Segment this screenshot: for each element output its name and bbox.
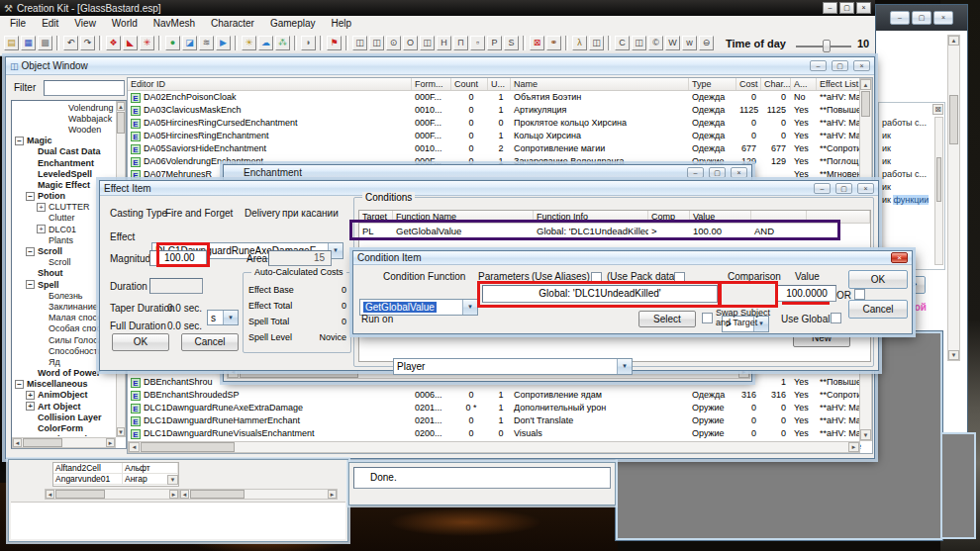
chevron-down-icon[interactable]: ▼ — [617, 359, 632, 374]
duration-unit-dropdown[interactable]: s▼ — [207, 310, 239, 325]
scroll-left-icon[interactable]: ◄ — [129, 442, 140, 452]
list-item[interactable]: работы с... — [880, 117, 934, 130]
scroll-up-icon[interactable]: ▲ — [860, 79, 871, 90]
minimize-button[interactable]: – — [687, 167, 704, 178]
menu-item[interactable]: World — [110, 17, 140, 31]
scroll-up-icon[interactable]: ▲ — [948, 36, 959, 46]
condition-column-header[interactable] — [751, 211, 807, 223]
maximize-button[interactable]: ▢ — [832, 60, 848, 71]
tree-item[interactable]: Volendrung — [13, 102, 116, 113]
cell-scrollbar-right[interactable]: ◄ ► — [179, 489, 338, 500]
scroll-left-icon[interactable]: ◄ — [180, 490, 189, 499]
tree-expander-icon[interactable]: − — [26, 280, 35, 289]
column-header[interactable]: Cost — [736, 78, 761, 90]
scroll-thumb[interactable] — [949, 95, 958, 144]
scroll-thumb[interactable] — [117, 112, 125, 134]
scroll-up-icon[interactable]: ▲ — [117, 102, 125, 111]
tree-expander-icon[interactable]: + — [37, 203, 46, 212]
maximize-button[interactable]: ▢ — [835, 183, 852, 194]
global-parameter-field[interactable]: Global: 'DLC1UndeadKilled' — [482, 285, 718, 303]
use-aliases-checkbox[interactable] — [591, 272, 602, 283]
chevron-down-icon[interactable]: ▼ — [223, 311, 238, 324]
minimize-button[interactable]: – — [823, 2, 837, 14]
tree-expander-icon[interactable]: − — [26, 247, 35, 256]
compile-icon[interactable]: C — [615, 36, 630, 50]
tree-expander-icon[interactable]: − — [15, 137, 24, 145]
navmesh-draw-icon[interactable]: ◫ — [589, 36, 604, 50]
close-button[interactable]: × — [856, 2, 871, 14]
tree-item[interactable]: Enchantment — [13, 157, 116, 168]
tree-expander-icon[interactable]: − — [15, 380, 24, 389]
undo-icon[interactable]: ↶ — [63, 36, 78, 50]
anim-preview-icon[interactable]: ▶ — [216, 36, 231, 50]
tree-item[interactable]: LeveledSpell — [13, 168, 116, 179]
warnings-flag-icon[interactable]: ⚑ — [327, 36, 342, 50]
menu-item[interactable]: Character — [209, 17, 256, 31]
condition-item-titlebar[interactable]: Condition Item × — [353, 251, 912, 265]
table-row[interactable]: EDA05HircinesRingEnchantment 000F...01 К… — [128, 130, 860, 142]
script-icon[interactable]: ◫ — [632, 36, 646, 50]
column-header[interactable]: Count — [451, 78, 488, 90]
tree-expander-icon[interactable]: + — [26, 391, 35, 400]
duration-input[interactable] — [149, 278, 203, 294]
tree-expander-icon[interactable]: + — [26, 402, 35, 411]
condition-row[interactable]: PL GetGlobalValue Global: 'DLC1UndeadKil… — [359, 224, 870, 238]
condition-column-header[interactable] — [807, 211, 870, 223]
cell-row[interactable]: Alftand2CellАльфт — [53, 463, 178, 474]
chevron-down-icon[interactable]: ▼ — [462, 300, 477, 315]
heightmap-icon[interactable]: H — [437, 36, 451, 50]
scroll-thumb[interactable] — [141, 442, 235, 452]
world-lod-icon[interactable]: w — [682, 36, 697, 50]
collapse-icon[interactable]: ⊖ — [699, 36, 714, 50]
cell-dropdown-icon[interactable]: ▼ — [167, 475, 178, 485]
tree-item[interactable]: CombatStyle — [13, 434, 116, 436]
tree-item[interactable]: Wooden — [13, 124, 116, 135]
table-row[interactable]: EDA03ClavicusMaskEnch 0010...01 Артикуля… — [128, 104, 860, 117]
scroll-thumb[interactable] — [23, 438, 62, 447]
cell-scrollbar-left[interactable]: ◄ ► — [45, 489, 179, 500]
scroll-left-icon[interactable]: ◄ — [46, 490, 54, 499]
details-icon[interactable]: ▩ — [38, 36, 52, 50]
tree-item[interactable]: −Miscellaneous — [13, 379, 116, 390]
tree-item[interactable]: ColorForm — [13, 422, 116, 433]
worldspaces-icon[interactable]: W — [665, 36, 680, 50]
cancel-button[interactable]: Cancel — [181, 333, 239, 351]
close-button[interactable]: × — [857, 183, 874, 194]
condition-column-header[interactable]: Function Info — [534, 211, 648, 223]
render-window-icon[interactable]: ◫ — [352, 36, 367, 50]
close-button[interactable]: × — [933, 11, 953, 25]
table-horizontal-scrollbar[interactable]: ◄ ► — [128, 441, 860, 453]
scroll-right-icon[interactable]: ► — [328, 490, 337, 499]
close-button[interactable]: × — [853, 60, 870, 71]
furniture-icon[interactable]: ⊓ — [453, 36, 468, 50]
run-havok-icon[interactable]: ● — [165, 36, 180, 50]
menu-item[interactable]: View — [72, 17, 98, 31]
link-icon[interactable]: ⚭ — [546, 36, 561, 50]
list-item[interactable]: работы с... — [880, 168, 934, 181]
menu-item[interactable]: Help — [330, 17, 354, 31]
table-row[interactable]: EDBEnchantShroudedSP 0006...01 Сопротивл… — [128, 389, 860, 402]
table-row[interactable]: EDLC1DawnguardRuneHammerEnchant 0201...0… — [128, 414, 860, 427]
condition-column-header[interactable]: Comp — [648, 211, 690, 223]
cell-row[interactable]: Angarvunde01Ангар — [53, 474, 178, 485]
menu-item[interactable]: NavMesh — [151, 17, 197, 31]
maximize-button[interactable]: ▢ — [912, 11, 931, 25]
redo-icon[interactable]: ↷ — [80, 36, 95, 50]
unlink-icon[interactable]: ⊠ — [530, 36, 544, 50]
snap-angle-icon[interactable]: ◣ — [123, 36, 138, 50]
select-button[interactable]: Select — [638, 311, 696, 327]
list-item[interactable]: ик — [880, 155, 934, 168]
open-icon[interactable]: ▤ — [4, 36, 19, 50]
dialogue-icon[interactable]: ◗ — [301, 36, 316, 50]
scroll-down-icon[interactable]: ▼ — [860, 429, 871, 440]
table-row[interactable]: EDLC1DawnguardRuneVisualsEnchantment 020… — [128, 427, 860, 440]
light-toggle-icon[interactable]: ☀ — [242, 36, 256, 50]
object-window-titlebar[interactable]: ◫ Object Window – ▢ × — [6, 57, 874, 75]
list-item[interactable]: ик — [880, 181, 934, 194]
column-header[interactable]: Effect List — [817, 78, 861, 90]
panel-close-icon[interactable]: ⊠ — [932, 104, 943, 115]
tree-horizontal-scrollbar[interactable]: ◄ ► — [12, 437, 116, 448]
time-of-day-slider[interactable] — [823, 40, 831, 52]
close-button[interactable]: × — [891, 252, 908, 263]
list-item[interactable]: ик — [880, 142, 934, 155]
